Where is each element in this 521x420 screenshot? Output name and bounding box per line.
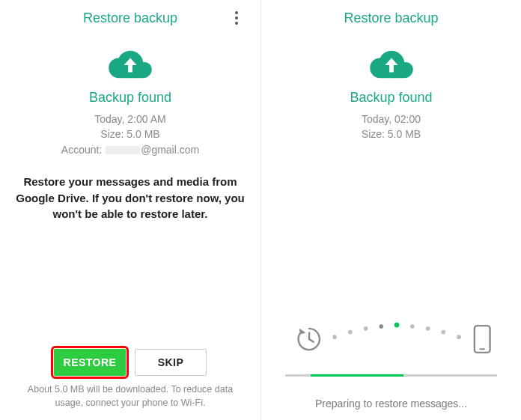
backup-found-heading: Backup found <box>10 90 250 106</box>
transfer-illustration <box>285 322 497 356</box>
action-buttons: RESTORE SKIP <box>10 349 250 376</box>
skip-button[interactable]: SKIP <box>135 349 207 376</box>
svg-point-7 <box>441 330 445 335</box>
backup-meta: Today, 2:00 AM Size: 5.0 MB Account: @gm… <box>10 112 250 157</box>
progress-status-text: Preparing to restore messages... <box>315 398 467 410</box>
backup-time: Today, 2:00 AM <box>10 112 250 127</box>
backup-found-heading: Backup found <box>272 90 511 106</box>
svg-point-8 <box>457 335 461 339</box>
restore-backup-screen-actions: Restore backup Backup found Today, 2:00 … <box>0 0 260 420</box>
cloud-upload-icon <box>107 48 153 82</box>
backup-size: Size: 5.0 MB <box>10 127 250 141</box>
cloud-icon-wrap <box>10 48 250 82</box>
svg-point-0 <box>332 335 337 339</box>
header: Restore backup <box>10 6 250 30</box>
progress-bar <box>285 374 497 377</box>
restore-button[interactable]: RESTORE <box>54 349 126 376</box>
restore-progress: Preparing to restore messages... <box>272 322 511 413</box>
backup-meta: Today, 02:00 Size: 5.0 MB <box>272 112 511 142</box>
overflow-menu-button[interactable] <box>228 9 246 27</box>
svg-point-3 <box>379 324 383 329</box>
svg-point-1 <box>348 330 353 335</box>
header: Restore backup <box>272 6 511 30</box>
svg-point-5 <box>410 324 415 329</box>
svg-point-2 <box>364 326 368 331</box>
svg-point-4 <box>394 323 400 328</box>
backup-time: Today, 02:00 <box>272 112 511 127</box>
svg-point-6 <box>426 326 430 331</box>
page-title: Restore backup <box>344 10 438 26</box>
restore-description: Restore your messages and media from Goo… <box>10 174 250 222</box>
cloud-icon-wrap <box>272 48 511 82</box>
page-title: Restore backup <box>83 10 177 26</box>
download-size-note: About 5.0 MB will be downloaded. To redu… <box>10 383 250 413</box>
restore-backup-screen-progress: Restore backup Backup found Today, 02:00… <box>260 0 521 420</box>
backup-size: Size: 5.0 MB <box>272 127 511 141</box>
backup-account: Account: @gmail.com <box>10 142 250 157</box>
progress-bar-fill <box>311 374 404 377</box>
svg-rect-10 <box>479 348 485 350</box>
cloud-upload-icon <box>368 48 415 82</box>
redacted-email-prefix <box>106 146 140 154</box>
